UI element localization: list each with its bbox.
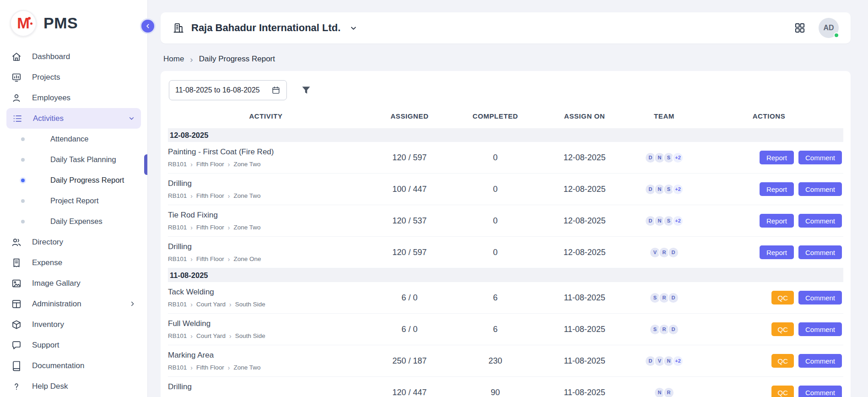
- column-header-activity: ACTIVITY: [168, 112, 364, 120]
- sidebar-item-daily-expenses[interactable]: Daily Expenses: [0, 211, 147, 232]
- comment-button[interactable]: Comment: [798, 151, 842, 164]
- path-segment: RB101: [168, 192, 187, 199]
- sidebar-item-label: Inventory: [32, 320, 64, 329]
- comment-button[interactable]: Comment: [798, 386, 842, 397]
- path-segment: RB101: [168, 364, 187, 371]
- calendar-icon: [271, 86, 280, 95]
- comment-button[interactable]: Comment: [798, 354, 842, 368]
- sidebar-item-help-desk[interactable]: Help Desk: [0, 376, 147, 397]
- team-member-avatar[interactable]: D: [668, 247, 679, 258]
- sidebar-item-inventory[interactable]: Inventory: [0, 314, 147, 335]
- team-more-badge[interactable]: +2: [672, 215, 684, 227]
- active-item-indicator: [144, 154, 147, 175]
- path-chevron-icon: ›: [228, 364, 230, 371]
- assigned-value: 120 / 597: [364, 248, 455, 257]
- user-avatar[interactable]: AD: [819, 18, 839, 38]
- activity-name: Full Welding: [168, 319, 360, 328]
- path-segment: RB101: [168, 224, 187, 231]
- projects-icon: [11, 72, 22, 83]
- team-member-avatar[interactable]: R: [663, 387, 674, 397]
- activity-cell: Tack Welding RB101›Court Yard›South Side: [168, 283, 364, 313]
- assigned-value: 6 / 0: [364, 325, 455, 334]
- sidebar-item-label: Support: [32, 341, 59, 350]
- qc-button[interactable]: QC: [771, 354, 794, 368]
- comment-button[interactable]: Comment: [798, 245, 842, 259]
- receipt-icon: [11, 257, 22, 268]
- team-more-badge[interactable]: +2: [672, 184, 684, 195]
- activity-cell: Tie Rod Fixing RB101›Fifth Floor›Zone Tw…: [168, 206, 364, 236]
- path-segment: Zone Two: [233, 224, 260, 231]
- sidebar-collapse-button[interactable]: [140, 18, 156, 34]
- breadcrumb-home[interactable]: Home: [163, 54, 184, 64]
- team-member-avatar[interactable]: D: [668, 292, 679, 304]
- sidebar-subitem-label: Attendance: [50, 135, 88, 143]
- activity-row: Full Welding RB101›Court Yard›South Side…: [168, 314, 843, 345]
- sidebar-item-documentation[interactable]: Documentation: [0, 355, 147, 376]
- path-segment: South Side: [235, 332, 265, 339]
- activity-name: Marking Area: [168, 351, 360, 360]
- activity-path: RB101›Fifth Floor›Zone Two: [168, 364, 360, 371]
- qc-button[interactable]: QC: [771, 322, 794, 336]
- sidebar-item-daily-progress-report[interactable]: Daily Progress Report: [0, 170, 147, 190]
- sidebar-item-employees[interactable]: Employees: [0, 87, 147, 108]
- sidebar-item-projects[interactable]: Projects: [0, 67, 147, 87]
- sidebar-item-image-gallery[interactable]: Image Gallary: [0, 273, 147, 294]
- chat-icon: [11, 340, 22, 351]
- qc-button[interactable]: QC: [771, 386, 794, 397]
- sidebar-item-daily-task-planning[interactable]: Daily Task Planning: [0, 149, 147, 170]
- avatar-initials: AD: [823, 24, 834, 32]
- activity-path: RB101›Fifth Floor›Zone One: [168, 256, 360, 262]
- path-segment: Zone One: [233, 256, 261, 262]
- sidebar-item-support[interactable]: Support: [0, 335, 147, 355]
- date-range-value: 11-08-2025 to 16-08-2025: [175, 86, 260, 94]
- sidebar-item-label: Help Desk: [32, 382, 68, 391]
- activity-row: Tie Rod Fixing RB101›Fifth Floor›Zone Tw…: [168, 205, 843, 237]
- row-actions: QC Comment: [695, 354, 843, 368]
- filter-icon[interactable]: [301, 85, 312, 96]
- sidebar-item-attendance[interactable]: Attendance: [0, 129, 147, 149]
- team-more-badge[interactable]: +2: [672, 355, 684, 367]
- team-avatars: DNS+2: [634, 184, 695, 195]
- team-member-avatar[interactable]: D: [668, 324, 679, 335]
- users-icon: [11, 237, 22, 248]
- comment-button[interactable]: Comment: [798, 291, 842, 305]
- sidebar-item-label: Dashboard: [32, 52, 70, 61]
- bullet-icon: [21, 179, 25, 182]
- comment-button[interactable]: Comment: [798, 182, 842, 196]
- sidebar: M PMS Dashboard Projects Emp: [0, 0, 148, 397]
- sidebar-item-activities[interactable]: Activities: [6, 108, 141, 129]
- report-button[interactable]: Report: [760, 245, 794, 259]
- assign-on-value: 12-08-2025: [535, 153, 634, 163]
- group-date: 12-08-2025: [170, 131, 208, 140]
- row-actions: Report Comment: [695, 182, 843, 196]
- activity-name: Painting - First Coat (Fire Red): [168, 147, 360, 157]
- sidebar-item-administration[interactable]: Administration: [0, 294, 147, 314]
- sidebar-item-project-report[interactable]: Project Report: [0, 190, 147, 211]
- team-avatars: SRD: [634, 292, 695, 304]
- report-button[interactable]: Report: [760, 214, 794, 228]
- apps-grid-icon[interactable]: [794, 22, 806, 34]
- column-header-assign-on: ASSIGN ON: [535, 112, 634, 120]
- sidebar-item-directory[interactable]: Directory: [0, 232, 147, 252]
- main-content: Raja Bahadur International Ltd. AD Home …: [148, 0, 868, 397]
- qc-button[interactable]: QC: [771, 291, 794, 305]
- date-range-input[interactable]: 11-08-2025 to 16-08-2025: [169, 80, 287, 100]
- company-selector[interactable]: Raja Bahadur International Ltd.: [173, 22, 358, 34]
- team-more-badge[interactable]: +2: [672, 152, 684, 163]
- date-group-row: 11-08-2025: [168, 268, 843, 282]
- path-segment: Zone Two: [233, 364, 260, 371]
- sidebar-item-dashboard[interactable]: Dashboard: [0, 46, 147, 67]
- comment-button[interactable]: Comment: [798, 322, 842, 336]
- window-grid-icon: [11, 299, 22, 310]
- assigned-value: 120 / 537: [364, 216, 455, 226]
- table-header-row: ACTIVITY ASSIGNED COMPLETED ASSIGN ON TE…: [168, 109, 843, 128]
- comment-button[interactable]: Comment: [798, 214, 842, 228]
- report-button[interactable]: Report: [760, 182, 794, 196]
- sidebar-item-expense[interactable]: Expense: [0, 252, 147, 273]
- path-chevron-icon: ›: [190, 193, 193, 199]
- activity-cell: Marking Area RB101›Fifth Floor›Zone Two: [168, 346, 364, 376]
- report-button[interactable]: Report: [760, 151, 794, 164]
- activity-cell: Drilling RB101›Fifth Floor›Zone Two: [168, 174, 364, 204]
- sidebar-subitem-label: Daily Progress Report: [50, 176, 124, 185]
- activity-table-body: 12-08-2025 Painting - First Coat (Fire R…: [168, 128, 843, 397]
